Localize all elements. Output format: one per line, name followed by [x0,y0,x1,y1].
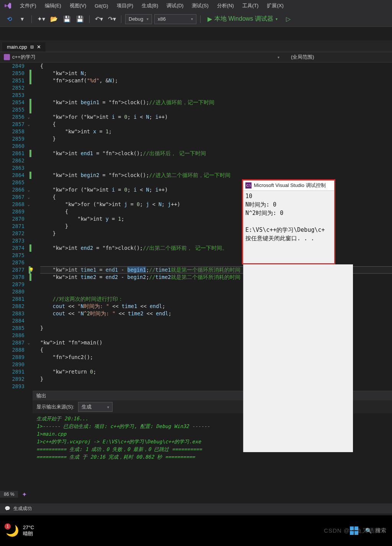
weather-temp: 27°C [23,525,34,531]
separator [200,15,201,23]
tab-label: main.cpp [7,44,27,50]
new-item-icon[interactable]: ✦▾ [36,14,46,25]
menu-file[interactable]: 文件(F) [20,2,36,9]
console-window[interactable]: C:\ Microsoft Visual Studio 调试控制 10 N时间为… [242,179,335,264]
output-source-select[interactable]: 生成 [78,402,113,412]
open-icon[interactable]: 📂 [49,14,59,25]
redo-icon[interactable]: ↷▾ [106,14,117,25]
menu-tools[interactable]: 工具(T) [242,2,259,9]
scope-project-select[interactable]: c++的学习 ▾ [4,54,279,61]
config-select[interactable]: Debug [125,14,152,24]
console-output: 10 N时间为: 0 N^2时间为: 0 E:\VS\c++的学习\Debug\… [243,191,334,244]
menu-test[interactable]: 测试(S) [192,2,208,9]
build-status: 生成成功 [13,505,32,512]
separator [31,15,32,23]
zoom-level[interactable]: 86 % [0,491,18,498]
project-icon [4,54,10,60]
undo-icon[interactable]: ↶▾ [93,14,104,25]
nav-back-icon[interactable]: ⟲ [4,14,15,25]
tab-bar: main.cpp ⊟ ✕ [0,40,392,52]
menu-project[interactable]: 项目(P) [117,2,133,9]
weather-widget[interactable]: 🌙 1 27°C 晴朗 [6,525,34,537]
status-bar: 💬 生成成功 [0,503,392,513]
platform-select[interactable]: x86 [154,14,196,24]
weather-cond: 晴朗 [23,531,34,537]
output-source-label: 显示输出来源(S): [36,403,74,410]
watermark: CSDN @打鱼又晒网 [324,527,381,535]
save-icon[interactable]: 💾 [62,14,72,25]
console-titlebar: C:\ Microsoft Visual Studio 调试控制 [243,180,334,191]
pin-icon[interactable]: ⊟ [30,44,34,49]
tab-main-cpp[interactable]: main.cpp ⊟ ✕ [2,42,46,52]
close-icon[interactable]: ✕ [37,44,41,50]
weather-icon: 🌙 1 [6,525,19,537]
menu-view[interactable]: 视图(V) [70,2,86,9]
menu-git[interactable]: Git(G) [95,3,108,9]
menu-bar: 文件(F) 编辑(E) 视图(V) Git(G) 项目(P) 生成(B) 调试(… [0,0,392,11]
zoom-row: 86 % ✦ [0,485,392,504]
toolbar: ⟲ ▾ ✦▾ 📂 💾 💾 ↶▾ ↷▾ Debug x86 ▶ 本地 Window… [0,11,392,27]
separator [121,15,121,23]
play-icon: ▶ [207,15,212,23]
console-window-body[interactable] [243,264,353,452]
menu-extensions[interactable]: 扩展(X) [267,2,283,9]
notification-badge: 1 [5,523,11,530]
scope-global-select[interactable]: (全局范围) [279,54,314,61]
menu-debug[interactable]: 调试(D) [167,2,183,9]
start-debug-button[interactable]: ▶ 本地 Windows 调试器 ▾ [204,14,281,25]
comment-icon[interactable]: 💬 [5,506,10,511]
separator [89,15,90,23]
save-all-icon[interactable]: 💾 [75,14,85,25]
nav-fwd-icon[interactable]: ▾ [17,14,28,25]
vs-logo-icon [4,2,12,10]
menu-analyze[interactable]: 分析(N) [217,2,234,9]
scope-bar: c++的学习 ▾ (全局范围) [0,52,392,62]
play-nodebug-icon[interactable]: ▷ [283,14,294,25]
console-app-icon: C:\ [245,182,252,189]
menu-edit[interactable]: 编辑(E) [45,2,61,9]
intellicode-icon[interactable]: ✦ [22,491,27,498]
line-gutter: 28492850285128522853285428552856⌄2857⌄28… [0,62,34,388]
menu-build[interactable]: 生成(B) [142,2,158,9]
